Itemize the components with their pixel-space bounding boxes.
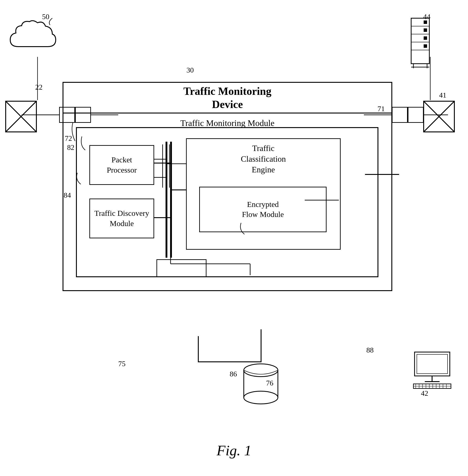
desktop-icon	[412, 351, 455, 390]
ref-71: 71	[378, 104, 385, 113]
packet-processor-label: PacketProcessor	[107, 155, 137, 175]
cloud-icon	[8, 19, 58, 59]
figure-caption: Fig. 1	[217, 442, 251, 459]
bottom-connector	[157, 259, 206, 276]
packet-processor-box: PacketProcessor	[89, 145, 154, 185]
efm-label: EncryptedFlow Module	[242, 199, 284, 220]
svg-point-50	[244, 364, 278, 377]
ref-42: 42	[421, 389, 428, 398]
inner-box: PacketProcessor Traffic DiscoveryModule …	[76, 127, 378, 277]
server-icon	[408, 17, 433, 69]
diagram-container: 50 44 22 41	[0, 0, 468, 476]
ref-41: 41	[439, 91, 446, 99]
efm-box: EncryptedFlow Module	[199, 187, 327, 232]
horizontal-line-to-db	[198, 361, 262, 362]
svg-rect-16	[411, 18, 429, 64]
ref-84: 84	[64, 191, 71, 199]
ref-82: 82	[67, 143, 74, 152]
svg-rect-35	[417, 354, 448, 374]
svg-point-53	[244, 391, 278, 404]
outer-box: Traffic MonitoringDevice Traffic Monitor…	[62, 82, 392, 291]
vertical-line-to-db	[198, 336, 199, 362]
right-connector2	[408, 107, 424, 123]
ref-72: 72	[65, 134, 72, 143]
bus-to-tce	[172, 190, 187, 190]
traffic-discovery-box: Traffic DiscoveryModule	[89, 199, 154, 238]
tce-title: TrafficClassificationEngine	[187, 143, 340, 175]
svg-rect-22	[424, 29, 427, 32]
ref-22: 22	[35, 83, 43, 91]
traffic-monitoring-module-label: Traffic Monitoring Module	[63, 118, 391, 128]
traffic-discovery-label: Traffic DiscoveryModule	[94, 208, 149, 228]
database-icon	[241, 362, 281, 405]
bus-line-right	[170, 142, 172, 258]
ref-30: 30	[187, 66, 194, 74]
bus-line-left	[166, 142, 167, 258]
tce-right-line	[365, 174, 399, 175]
ref-75: 75	[118, 359, 126, 368]
vertical-line-to-db2	[261, 329, 262, 362]
svg-rect-24	[424, 44, 427, 48]
pp-to-bus	[154, 163, 170, 164]
tdm-to-bus	[154, 217, 170, 218]
traffic-monitoring-device-title: Traffic MonitoringDevice	[183, 85, 271, 111]
tce-box: TrafficClassificationEngine EncryptedFlo…	[186, 138, 341, 250]
svg-rect-21	[424, 20, 427, 24]
header-bar: Traffic MonitoringDevice	[63, 83, 391, 114]
svg-rect-23	[424, 36, 427, 40]
svg-rect-34	[415, 352, 450, 376]
ref-88: 88	[366, 346, 374, 354]
right-connector	[392, 107, 408, 123]
ref-86: 86	[230, 370, 237, 378]
left-xcircle-icon	[5, 100, 38, 133]
right-xcircle-icon	[423, 100, 455, 133]
